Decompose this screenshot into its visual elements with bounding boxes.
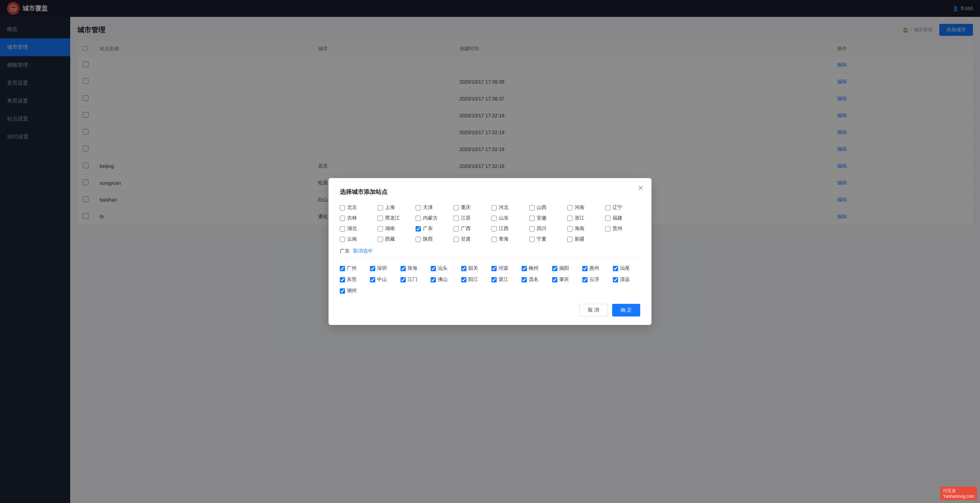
province-item[interactable]: 湖北	[340, 225, 375, 232]
province-item[interactable]: 黑龙江	[378, 215, 413, 221]
city-item[interactable]: 珠海	[401, 265, 428, 271]
selected-province-bar: 广东 取消选中	[340, 248, 640, 258]
city-item[interactable]: 清远	[613, 276, 640, 283]
province-item[interactable]: 江苏	[453, 215, 488, 221]
province-item[interactable]: 山西	[529, 204, 565, 211]
province-item[interactable]: 陕西	[415, 236, 451, 243]
city-item[interactable]: 佛山	[431, 276, 458, 283]
city-item[interactable]: 潮州	[340, 288, 367, 294]
province-item[interactable]: 湖南	[378, 225, 413, 232]
province-item[interactable]: 福建	[605, 215, 640, 221]
city-item[interactable]: 广州	[340, 265, 367, 271]
province-item[interactable]: 甘肃	[453, 236, 488, 243]
deselect-link[interactable]: 取消选中	[353, 248, 373, 254]
city-grid: 广州深圳珠海汕头韶关河源梅州揭阳惠州汕尾东莞中山江门佛山阳江湛江茂名肇庆云浮清远…	[340, 265, 640, 294]
province-item[interactable]: 上海	[378, 204, 413, 211]
province-item[interactable]: 宁夏	[529, 236, 565, 243]
city-item[interactable]: 茂名	[522, 276, 549, 283]
watermark: 闫宝龙 Yanbaolong.com	[940, 487, 977, 500]
province-item[interactable]: 安徽	[529, 215, 565, 221]
province-item[interactable]: 重庆	[453, 204, 488, 211]
province-grid: 北京上海天津重庆河北山西河南辽宁吉林黑龙江内蒙古江苏山东安徽浙江福建湖北湖南广东…	[340, 204, 640, 243]
cancel-button[interactable]: 取 消	[579, 304, 608, 316]
city-item[interactable]: 湛江	[492, 276, 519, 283]
dialog-footer: 取 消 确 定	[340, 304, 640, 316]
city-item[interactable]: 深圳	[370, 265, 397, 271]
province-item[interactable]: 江西	[492, 225, 527, 232]
province-item[interactable]: 浙江	[567, 215, 602, 221]
province-item[interactable]: 广西	[453, 225, 488, 232]
province-item[interactable]: 新疆	[567, 236, 602, 243]
city-item[interactable]: 中山	[370, 276, 397, 283]
city-item[interactable]: 东莞	[340, 276, 367, 283]
selected-province-name: 广东	[340, 248, 350, 254]
province-item[interactable]: 河北	[492, 204, 527, 211]
province-item[interactable]: 山东	[492, 215, 527, 221]
province-item[interactable]: 广东	[415, 225, 451, 232]
province-item[interactable]: 四川	[529, 225, 565, 232]
city-item[interactable]: 肇庆	[552, 276, 579, 283]
province-item[interactable]: 内蒙古	[415, 215, 451, 221]
dialog-title: 选择城市添加站点	[340, 188, 640, 196]
city-item[interactable]: 惠州	[582, 265, 610, 271]
province-item[interactable]: 贵州	[605, 225, 640, 232]
dialog: 选择城市添加站点 ✕ 北京上海天津重庆河北山西河南辽宁吉林黑龙江内蒙古江苏山东安…	[329, 178, 651, 325]
confirm-button[interactable]: 确 定	[612, 304, 640, 316]
province-item[interactable]: 北京	[340, 204, 375, 211]
city-item[interactable]: 河源	[492, 265, 519, 271]
province-item[interactable]: 河南	[567, 204, 602, 211]
city-item[interactable]: 汕尾	[613, 265, 640, 271]
province-item[interactable]: 青海	[492, 236, 527, 243]
province-item[interactable]: 海南	[567, 225, 602, 232]
city-item[interactable]: 江门	[401, 276, 428, 283]
province-item[interactable]: 吉林	[340, 215, 375, 221]
city-item[interactable]: 阳江	[461, 276, 488, 283]
dialog-close-button[interactable]: ✕	[638, 184, 644, 192]
city-item[interactable]: 云浮	[582, 276, 610, 283]
city-item[interactable]: 韶关	[461, 265, 488, 271]
city-item[interactable]: 汕头	[431, 265, 458, 271]
province-item[interactable]: 西藏	[378, 236, 413, 243]
province-item[interactable]: 辽宁	[605, 204, 640, 211]
province-item[interactable]: 云南	[340, 236, 375, 243]
province-item[interactable]: 天津	[415, 204, 451, 211]
city-item[interactable]: 揭阳	[552, 265, 579, 271]
city-item[interactable]: 梅州	[522, 265, 549, 271]
modal-overlay[interactable]: 选择城市添加站点 ✕ 北京上海天津重庆河北山西河南辽宁吉林黑龙江内蒙古江苏山东安…	[0, 0, 980, 503]
